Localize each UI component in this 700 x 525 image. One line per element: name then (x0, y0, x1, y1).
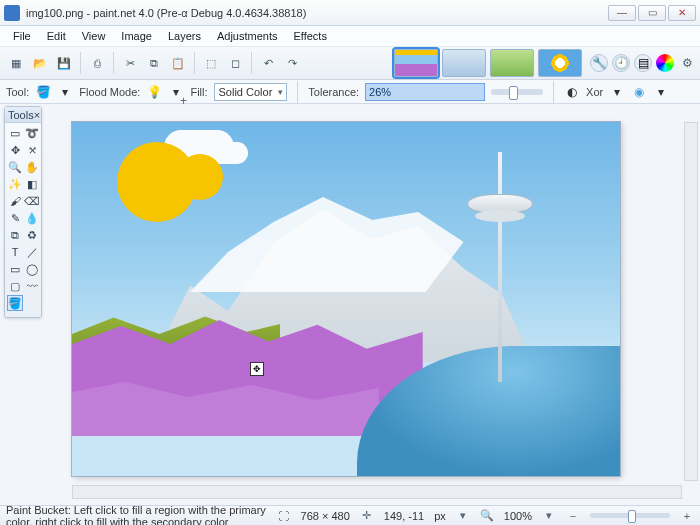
workspace: Tools × ▭ ➰ ✥ ⤧ 🔍 ✋ ✨ ◧ 🖌 ⌫ ✎ 💧 ⧉ ♻ T ／ … (0, 104, 700, 505)
tool-line[interactable]: ／ (24, 244, 40, 260)
crosshair-icon: + (180, 94, 187, 108)
thumb-1[interactable] (394, 49, 438, 77)
menu-edit[interactable]: Edit (40, 28, 73, 44)
paint-bucket-icon[interactable]: 🪣 (35, 84, 51, 100)
antialias-icon[interactable]: ◐ (564, 84, 580, 100)
tool-ellipse[interactable]: ◯ (24, 261, 40, 277)
tool-rounded-rect[interactable]: ▢ (7, 278, 23, 294)
flood-contiguous-icon[interactable]: 💡 (146, 84, 162, 100)
zoom-slider[interactable] (590, 513, 670, 518)
redo-button[interactable]: ↷ (281, 52, 303, 74)
tool-pencil[interactable]: ✎ (7, 210, 23, 226)
canvas[interactable]: ✥ (72, 122, 620, 476)
tool-gradient[interactable]: ◧ (24, 176, 40, 192)
tool-lasso[interactable]: ➰ (24, 125, 40, 141)
tool-recolor[interactable]: ♻ (24, 227, 40, 243)
zoom-plus-icon[interactable]: + (680, 509, 694, 523)
blend-mode-label: Xor (586, 86, 603, 98)
window-title: img100.png - paint.net 4.0 (Pre-α Debug … (26, 7, 608, 19)
close-icon[interactable]: × (34, 109, 40, 121)
layers-window-icon[interactable]: ▤ (634, 54, 652, 72)
tool-move[interactable]: ✥ (7, 142, 23, 158)
tools-panel-header[interactable]: Tools × (5, 107, 41, 123)
paste-button[interactable]: 📋 (167, 52, 189, 74)
tools-panel-title: Tools (8, 109, 34, 121)
tool-eraser[interactable]: ⌫ (24, 193, 40, 209)
thumb-4[interactable] (538, 49, 582, 77)
tool-color-picker[interactable]: 💧 (24, 210, 40, 226)
colors-window-icon[interactable] (656, 54, 674, 72)
thumb-2[interactable] (442, 49, 486, 77)
separator (297, 81, 298, 103)
history-window-icon[interactable]: 🕘 (612, 54, 630, 72)
document-thumbnails (394, 49, 582, 77)
sampling-icon[interactable]: ◉ (631, 84, 647, 100)
horizontal-scrollbar[interactable] (72, 485, 682, 499)
cursor-pos-icon: ✛ (360, 509, 374, 523)
menu-effects[interactable]: Effects (287, 28, 334, 44)
cut-button[interactable]: ✂ (119, 52, 141, 74)
canvas-container: ✥ (72, 122, 620, 476)
fill-value: Solid Color (219, 86, 273, 98)
menu-view[interactable]: View (75, 28, 113, 44)
menu-layers[interactable]: Layers (161, 28, 208, 44)
tool-paintbrush[interactable]: 🖌 (7, 193, 23, 209)
menu-file[interactable]: File (6, 28, 38, 44)
settings-icon[interactable]: ⚙ (678, 54, 696, 72)
tools-panel[interactable]: Tools × ▭ ➰ ✥ ⤧ 🔍 ✋ ✨ ◧ 🖌 ⌫ ✎ 💧 ⧉ ♻ T ／ … (4, 106, 42, 318)
tool-paint-bucket[interactable]: 🪣 (7, 295, 23, 311)
tool-label: Tool: (6, 86, 29, 98)
zoom-out-icon[interactable]: 🔍 (480, 509, 494, 523)
tool-text[interactable]: T (7, 244, 23, 260)
save-button[interactable]: 💾 (53, 52, 75, 74)
tool-clone[interactable]: ⧉ (7, 227, 23, 243)
tolerance-slider[interactable] (491, 89, 543, 95)
dropdown-icon[interactable]: ▾ (653, 84, 669, 100)
status-bar: Paint Bucket: Left click to fill a regio… (0, 505, 700, 525)
separator (80, 52, 81, 74)
deselect-button[interactable]: ◻ (224, 52, 246, 74)
zoom-minus-icon[interactable]: − (566, 509, 580, 523)
menu-adjustments[interactable]: Adjustments (210, 28, 285, 44)
menu-image[interactable]: Image (114, 28, 159, 44)
dropdown-icon[interactable]: ▾ (609, 84, 625, 100)
close-button[interactable]: ✕ (668, 5, 696, 21)
dropdown-icon[interactable]: ▾ (542, 509, 556, 523)
tool-rectangle[interactable]: ▭ (7, 261, 23, 277)
main-toolbar: ▦ 📂 💾 ⎙ ✂ ⧉ 📋 ⬚ ◻ ↶ ↷ 🔧 🕘 ▤ ⚙ (0, 46, 700, 80)
canvas-space-needle (485, 152, 515, 382)
open-button[interactable]: 📂 (29, 52, 51, 74)
thumb-3[interactable] (490, 49, 534, 77)
tool-pan[interactable]: ✋ (24, 159, 40, 175)
canvas-ground (72, 316, 620, 476)
size-icon: ⛶ (277, 509, 291, 523)
minimize-button[interactable]: — (608, 5, 636, 21)
dropdown-icon[interactable]: ▾ (456, 509, 470, 523)
tool-empty (24, 295, 40, 311)
fill-label: Fill: (190, 86, 207, 98)
cursor-icon: ✥ (250, 362, 264, 376)
fill-combo[interactable]: Solid Color (214, 83, 288, 101)
status-hint: Paint Bucket: Left click to fill a regio… (6, 504, 267, 526)
separator (113, 52, 114, 74)
tool-magic-wand[interactable]: ✨ (7, 176, 23, 192)
maximize-button[interactable]: ▭ (638, 5, 666, 21)
undo-button[interactable]: ↶ (257, 52, 279, 74)
tool-move-selection[interactable]: ⤧ (24, 142, 40, 158)
new-button[interactable]: ▦ (5, 52, 27, 74)
tool-rect-select[interactable]: ▭ (7, 125, 23, 141)
tool-zoom[interactable]: 🔍 (7, 159, 23, 175)
crop-button[interactable]: ⬚ (200, 52, 222, 74)
tolerance-input[interactable] (365, 83, 485, 101)
tools-window-icon[interactable]: 🔧 (590, 54, 608, 72)
status-unit[interactable]: px (434, 510, 446, 522)
separator (553, 81, 554, 103)
status-zoom[interactable]: 100% (504, 510, 532, 522)
print-button[interactable]: ⎙ (86, 52, 108, 74)
app-icon (4, 5, 20, 21)
tool-freeform[interactable]: 〰 (24, 278, 40, 294)
tool-options-bar: Tool: 🪣▾ Flood Mode: 💡▾ Fill: Solid Colo… (0, 80, 700, 104)
dropdown-icon[interactable]: ▾ (57, 84, 73, 100)
copy-button[interactable]: ⧉ (143, 52, 165, 74)
vertical-scrollbar[interactable] (684, 122, 698, 481)
